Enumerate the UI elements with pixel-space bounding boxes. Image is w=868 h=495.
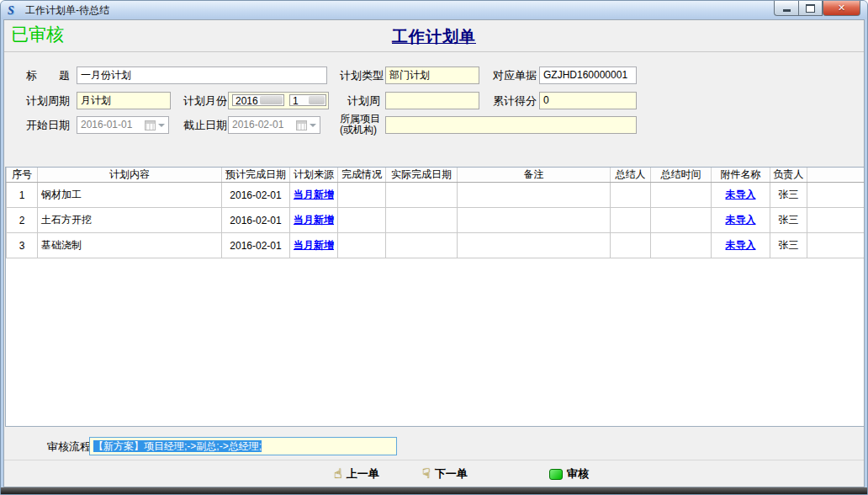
column-header: 计划来源: [290, 168, 338, 183]
plan-year-spinner[interactable]: 2016: [232, 94, 284, 106]
cell-actual_date: [386, 233, 458, 258]
project-label: 所属项目(或机构): [340, 114, 380, 136]
review-flow-label: 审核流程: [47, 438, 91, 455]
cell-status: [338, 208, 386, 233]
plan-source-link[interactable]: 当月新增: [294, 214, 334, 226]
table-row: 2土石方开挖2016-02-01当月新增未导入张三: [7, 208, 865, 233]
start-date-picker[interactable]: 2016-01-01: [77, 116, 169, 134]
ref-doc-input[interactable]: GZJHD160000001: [539, 67, 637, 84]
toolbar-divider: [4, 460, 864, 460]
cell-attachment: 未导入: [712, 183, 770, 208]
cell-status: [338, 183, 386, 208]
column-header: 预计完成日期: [222, 168, 290, 183]
previous-doc-button[interactable]: ☝ 上一单: [334, 465, 379, 483]
ref-doc-label: 对应单据: [493, 67, 537, 84]
cell-summarizer: [611, 233, 651, 258]
cell-source: 当月新增: [290, 183, 338, 208]
plan-source-link[interactable]: 当月新增: [294, 239, 334, 251]
chevron-down-icon: [158, 124, 165, 127]
column-header: 总结时间: [651, 168, 712, 183]
audit-icon: [549, 469, 563, 480]
start-date-value: 2016-01-01: [81, 117, 145, 133]
plan-month-field: 2016 1: [228, 92, 329, 109]
cell-source: 当月新增: [290, 208, 338, 233]
minimize-button[interactable]: [774, 1, 798, 16]
plan-cycle-field[interactable]: 月计划: [77, 92, 171, 109]
hand-up-icon: ☝: [334, 467, 342, 481]
maximize-icon: [806, 4, 815, 13]
review-flow-input[interactable]: 【新方案】项目经理;->副总;->总经理;: [89, 437, 397, 455]
project-field[interactable]: [385, 116, 637, 134]
cell-content: 钢材加工: [38, 183, 222, 208]
plan-table: 序号计划内容预计完成日期计划来源完成情况实际完成日期备注总结人总结时间附件名称负…: [6, 168, 865, 258]
column-header-filler: [807, 168, 865, 183]
cell-filler: [807, 233, 865, 258]
cell-owner: 张三: [770, 208, 807, 233]
calendar-icon: [145, 120, 156, 130]
attachment-import-link[interactable]: 未导入: [726, 189, 756, 200]
table-header-row: 序号计划内容预计完成日期计划来源完成情况实际完成日期备注总结人总结时间附件名称负…: [7, 168, 865, 183]
cell-summarizer: [611, 208, 651, 233]
cell-actual_date: [386, 208, 458, 233]
next-doc-label: 下一单: [435, 466, 468, 482]
page-header: 已审核 工作计划单: [4, 20, 864, 52]
plan-month-label: 计划月份: [183, 92, 227, 109]
maximize-button[interactable]: [798, 1, 823, 16]
previous-doc-label: 上一单: [347, 466, 379, 482]
start-date-label: 开始日期: [26, 116, 70, 134]
title-label: 标 题: [26, 67, 70, 84]
plan-type-field[interactable]: 部门计划: [385, 67, 479, 84]
attachment-import-link[interactable]: 未导入: [726, 214, 756, 226]
cell-summary_time: [651, 208, 712, 233]
column-header: 序号: [7, 168, 38, 183]
cell-content: 基础浇制: [38, 233, 222, 258]
plan-year-value: 2016: [236, 95, 258, 107]
cell-attachment: 未导入: [712, 233, 770, 258]
cell-content: 土石方开挖: [38, 208, 222, 233]
cell-summary_time: [651, 183, 712, 208]
cell-owner: 张三: [770, 183, 807, 208]
cell-remark: [458, 233, 611, 258]
plan-table-container: 序号计划内容预计完成日期计划来源完成情况实际完成日期备注总结人总结时间附件名称负…: [5, 167, 865, 427]
window-controls: ✕: [774, 1, 860, 16]
end-date-label: 截止日期: [183, 116, 227, 134]
hand-down-icon: ☟: [422, 467, 431, 481]
selected-text: 【新方案】项目经理;->副总;->总经理;: [93, 440, 262, 452]
next-doc-button[interactable]: ☟ 下一单: [422, 465, 468, 483]
column-header: 附件名称: [712, 168, 770, 183]
close-button[interactable]: ✕: [823, 1, 860, 16]
cell-remark: [458, 183, 611, 208]
score-field[interactable]: 0: [539, 92, 637, 109]
end-date-value: 2016-02-01: [232, 117, 296, 133]
column-header: 总结人: [611, 168, 651, 183]
close-icon: ✕: [838, 3, 845, 13]
plan-source-link[interactable]: 当月新增: [294, 189, 334, 200]
cell-summary_time: [651, 233, 712, 258]
cell-expected_date: 2016-02-01: [222, 183, 290, 208]
plan-month-value: 1: [293, 95, 299, 107]
cell-summarizer: [611, 183, 651, 208]
window-bottom-frame: [1, 487, 867, 494]
cell-filler: [807, 208, 865, 233]
plan-month-spinner[interactable]: 1: [289, 94, 326, 106]
form-body: 已审核 工作计划单 标 题 一月份计划 计划类型 部门计划 对应单据 GZJHD…: [3, 19, 865, 487]
cell-owner: 张三: [770, 233, 807, 258]
cell-seq: 3: [7, 233, 38, 258]
end-date-picker[interactable]: 2016-02-01: [228, 116, 320, 134]
plan-week-label: 计划周: [347, 92, 380, 109]
spinner-thumb: [260, 96, 283, 104]
cell-seq: 2: [7, 208, 38, 233]
table-row: 3基础浇制2016-02-01当月新增未导入张三: [7, 233, 865, 258]
cell-expected_date: 2016-02-01: [222, 208, 290, 233]
calendar-icon: [296, 120, 307, 130]
title-input[interactable]: 一月份计划: [77, 67, 327, 84]
app-window: S 工作计划单-待总结 ✕ 已审核 工作计划单 标 题 一月份计划 计划类型 部…: [0, 0, 868, 495]
cell-remark: [458, 208, 611, 233]
plan-week-field[interactable]: [385, 92, 479, 109]
app-logo-icon: S: [8, 4, 20, 17]
chevron-down-icon: [310, 124, 316, 127]
audit-button[interactable]: 审核: [549, 465, 589, 483]
attachment-import-link[interactable]: 未导入: [726, 239, 756, 251]
cell-filler: [807, 183, 865, 208]
cell-actual_date: [386, 183, 458, 208]
